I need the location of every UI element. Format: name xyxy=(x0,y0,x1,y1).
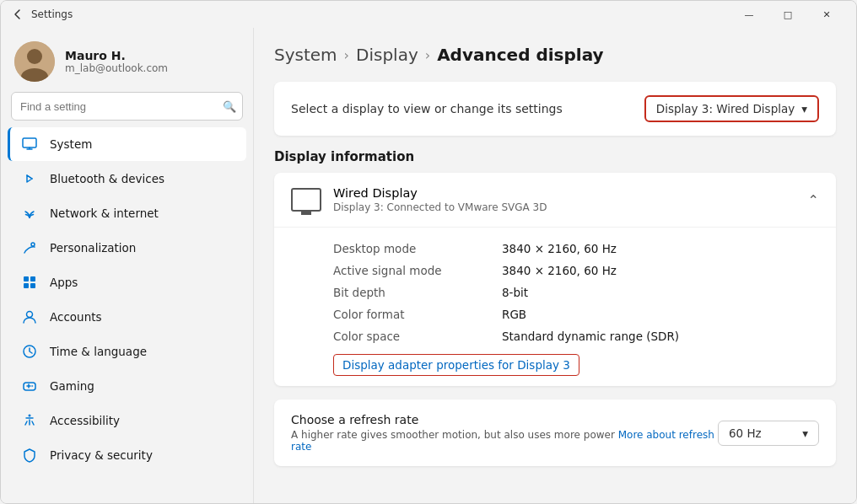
prop-value-bit-depth: 8-bit xyxy=(502,286,528,299)
sidebar-item-privacy[interactable]: Privacy & security xyxy=(8,438,246,472)
breadcrumb-sep-1: › xyxy=(344,47,349,63)
titlebar: Settings — □ ✕ xyxy=(1,1,856,28)
search-box: 🔍 xyxy=(11,92,243,121)
refresh-rate-value: 60 Hz xyxy=(729,426,762,440)
breadcrumb: System › Display › Advanced display xyxy=(274,45,836,65)
refresh-rate-card: Choose a refresh rate A higher rate give… xyxy=(274,399,836,466)
window-title: Settings xyxy=(31,8,73,20)
refresh-rate-dropdown[interactable]: 60 Hz ▾ xyxy=(718,421,819,446)
sidebar-item-time[interactable]: Time & language xyxy=(8,335,246,368)
privacy-label: Privacy & security xyxy=(50,448,153,462)
prop-value-color-space: Standard dynamic range (SDR) xyxy=(502,330,679,343)
prop-label-signal-mode: Active signal mode xyxy=(333,264,502,277)
content-area: System › Display › Advanced display Sele… xyxy=(254,28,856,503)
user-email: m_lab@outlook.com xyxy=(65,62,168,74)
back-icon[interactable] xyxy=(11,8,24,21)
breadcrumb-display[interactable]: Display xyxy=(356,45,418,65)
maximize-button[interactable]: □ xyxy=(768,1,807,28)
avatar xyxy=(14,41,55,82)
refresh-title: Choose a refresh rate xyxy=(291,413,718,426)
user-info: Mauro H. m_lab@outlook.com xyxy=(65,49,168,74)
display-monitor-icon xyxy=(291,188,321,212)
prop-label-desktop-mode: Desktop mode xyxy=(333,242,502,255)
section-title: Display information xyxy=(274,149,836,164)
refresh-dropdown-chevron-icon: ▾ xyxy=(802,426,808,440)
user-name: Mauro H. xyxy=(65,49,168,62)
search-input[interactable] xyxy=(11,92,243,121)
svg-point-4 xyxy=(29,217,30,218)
svg-rect-8 xyxy=(24,283,29,288)
display-properties: Desktop mode 3840 × 2160, 60 Hz Active s… xyxy=(274,228,836,386)
svg-point-1 xyxy=(27,49,42,64)
svg-rect-7 xyxy=(30,276,35,281)
titlebar-left: Settings xyxy=(11,8,73,21)
accounts-label: Accounts xyxy=(50,310,102,324)
time-icon xyxy=(21,343,38,360)
close-button[interactable]: ✕ xyxy=(807,1,846,28)
user-profile: Mauro H. m_lab@outlook.com xyxy=(1,28,253,92)
apps-icon xyxy=(21,274,38,291)
sidebar-item-personalization[interactable]: Personalization xyxy=(8,231,246,265)
prop-bit-depth: Bit depth 8-bit xyxy=(333,281,819,303)
svg-rect-9 xyxy=(30,283,35,288)
accounts-icon xyxy=(21,308,38,325)
prop-signal-mode: Active signal mode 3840 × 2160, 60 Hz xyxy=(333,260,819,281)
selector-label: Select a display to view or change its s… xyxy=(291,102,563,115)
network-icon xyxy=(21,205,38,222)
refresh-desc: A higher rate gives smoother motion, but… xyxy=(291,429,718,453)
prop-color-space: Color space Standard dynamic range (SDR) xyxy=(333,325,819,347)
adapter-properties-link[interactable]: Display adapter properties for Display 3 xyxy=(333,354,579,376)
bluetooth-icon xyxy=(21,170,38,187)
sidebar-item-accessibility[interactable]: Accessibility xyxy=(8,404,246,437)
apps-label: Apps xyxy=(50,276,78,289)
bluetooth-label: Bluetooth & devices xyxy=(50,172,164,185)
system-icon xyxy=(21,136,38,153)
svg-rect-3 xyxy=(23,138,36,147)
dropdown-chevron-icon: ▾ xyxy=(801,102,807,115)
svg-point-10 xyxy=(27,312,33,318)
sidebar-item-network[interactable]: Network & internet xyxy=(8,196,246,230)
display-sub: Display 3: Connected to VMware SVGA 3D xyxy=(333,201,547,213)
personalization-label: Personalization xyxy=(50,241,136,255)
display-header-left: Wired Display Display 3: Connected to VM… xyxy=(291,186,547,213)
gaming-icon xyxy=(21,378,38,394)
display-header: Wired Display Display 3: Connected to VM… xyxy=(274,173,836,228)
sidebar-item-gaming[interactable]: Gaming xyxy=(8,369,246,403)
svg-rect-6 xyxy=(24,276,29,281)
prop-value-signal-mode: 3840 × 2160, 60 Hz xyxy=(502,264,617,277)
svg-point-13 xyxy=(29,415,31,417)
accessibility-label: Accessibility xyxy=(50,414,120,427)
collapse-icon[interactable]: ⌃ xyxy=(808,192,819,208)
display-dropdown[interactable]: Display 3: Wired Display ▾ xyxy=(644,95,819,122)
display-selector-card: Select a display to view or change its s… xyxy=(274,82,836,136)
time-label: Time & language xyxy=(50,345,147,358)
breadcrumb-sep-2: › xyxy=(425,47,430,63)
settings-window: Settings — □ ✕ Mauro H. m_lab@ou xyxy=(0,0,857,504)
prop-value-desktop-mode: 3840 × 2160, 60 Hz xyxy=(502,242,617,255)
prop-label-bit-depth: Bit depth xyxy=(333,286,502,299)
prop-label-color-format: Color format xyxy=(333,308,502,321)
sidebar-item-system[interactable]: System xyxy=(8,127,246,161)
svg-point-5 xyxy=(31,243,35,246)
breadcrumb-system[interactable]: System xyxy=(274,45,337,65)
sidebar-item-apps[interactable]: Apps xyxy=(8,265,246,299)
refresh-info: Choose a refresh rate A higher rate give… xyxy=(291,413,718,453)
privacy-icon xyxy=(21,447,38,464)
network-label: Network & internet xyxy=(50,206,159,220)
sidebar: Mauro H. m_lab@outlook.com 🔍 System xyxy=(1,28,254,503)
display-info-card: Wired Display Display 3: Connected to VM… xyxy=(274,173,836,386)
accessibility-icon xyxy=(21,412,38,429)
prop-label-color-space: Color space xyxy=(333,330,502,343)
personalization-icon xyxy=(21,239,38,256)
search-icon: 🔍 xyxy=(223,100,236,113)
display-header-info: Wired Display Display 3: Connected to VM… xyxy=(333,186,547,213)
gaming-label: Gaming xyxy=(50,379,94,393)
prop-value-color-format: RGB xyxy=(502,308,526,321)
display-name: Wired Display xyxy=(333,186,547,200)
display-selected-value: Display 3: Wired Display xyxy=(656,102,795,115)
sidebar-item-bluetooth[interactable]: Bluetooth & devices xyxy=(8,162,246,196)
sidebar-item-accounts[interactable]: Accounts xyxy=(8,300,246,334)
window-controls: — □ ✕ xyxy=(730,1,846,28)
main-content: Mauro H. m_lab@outlook.com 🔍 System xyxy=(1,28,856,503)
minimize-button[interactable]: — xyxy=(730,1,768,28)
